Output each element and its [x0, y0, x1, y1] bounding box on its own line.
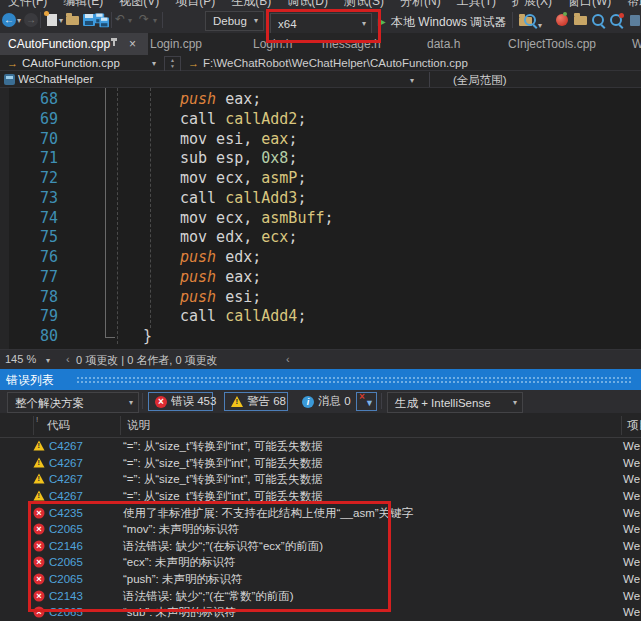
chevron-down-icon[interactable]: ▾	[152, 59, 156, 68]
start-debug-icon[interactable]: ▶	[378, 16, 386, 27]
error-row[interactable]: C4267“=”: 从“size_t”转换到“int”, 可能丢失数据We	[0, 438, 641, 455]
spinner-buttons[interactable]: ▲▼	[164, 56, 181, 72]
redo-dropdown-icon[interactable]: ▾	[153, 16, 157, 25]
open-file-icon[interactable]	[66, 16, 79, 25]
chevron-down-icon[interactable]: ▾	[46, 356, 50, 365]
error-row[interactable]: C4267“=”: 从“size_t”转换到“int”, 可能丢失数据We	[0, 455, 641, 472]
tab-cinjecttools-cpp[interactable]: CInjectTools.cpp	[508, 33, 596, 55]
breadcrumb-path[interactable]: F:\WeChatRobot\WeChatHelper\CAutoFunctio…	[203, 57, 468, 69]
code-line-74[interactable]: 74mov ecx, asmBuff;	[0, 208, 641, 228]
menu-item[interactable]: 帮助(H)	[627, 0, 641, 8]
pin-icon[interactable]	[113, 38, 115, 46]
code-editor[interactable]: 68push eax;69call callAdd2;70mov esi, ea…	[0, 88, 641, 349]
navigate-forward-icon[interactable]: →	[24, 13, 38, 27]
tab-data-h[interactable]: data.h	[427, 33, 460, 55]
new-file-icon[interactable]	[47, 14, 57, 26]
code-line-71[interactable]: 71sub esp, 0x8;	[0, 148, 641, 168]
close-icon[interactable]: ×	[129, 33, 136, 55]
error-row[interactable]: C4267“=”: 从“size_t”转换到“int”, 可能丢失数据We	[0, 471, 641, 488]
scope-dropdown[interactable]: (全局范围)	[453, 73, 507, 88]
tab-login-h[interactable]: Login.h	[253, 33, 292, 55]
scope-filter-dropdown[interactable]: 整个解决方案 ▾	[7, 392, 139, 413]
tab-message-h[interactable]: message.h	[322, 33, 381, 55]
menu-item[interactable]: 调试(D)	[287, 0, 328, 8]
menu-item[interactable]: 编辑(E)	[63, 0, 103, 8]
column-description[interactable]: 说明	[127, 413, 150, 438]
menu-item[interactable]: 扩展(X)	[512, 0, 552, 8]
search-icon[interactable]	[592, 14, 604, 26]
menu-item[interactable]: 窗口(W)	[568, 0, 611, 8]
code-line-75[interactable]: 75mov edx, ecx;	[0, 227, 641, 247]
code-line-78[interactable]: 78push esi;	[0, 287, 641, 307]
error-row[interactable]: C2143语法错误: 缺少“;”(在“常数”的前面)We	[0, 588, 641, 605]
column-project[interactable]: 项目	[627, 413, 641, 438]
error-row[interactable]: C2065“ecx”: 未声明的标识符We	[0, 554, 641, 571]
column-code[interactable]: 代码	[47, 413, 70, 438]
navigate-back-icon[interactable]: ←	[2, 13, 16, 27]
find-dropdown-icon[interactable]: ▾	[538, 21, 542, 30]
chevron-left-icon[interactable]: ‹	[286, 353, 290, 365]
error-row[interactable]: C2146语法错误: 缺少“;”(在标识符“ecx”的前面)We	[0, 538, 641, 555]
menu-item[interactable]: 分析(N)	[400, 0, 441, 8]
platform-value: x64	[278, 18, 297, 30]
menu-item[interactable]: 测试(S)	[344, 0, 384, 8]
redo-icon[interactable]: ↷	[139, 12, 149, 26]
platform-dropdown[interactable]: x64 ▾	[270, 13, 372, 34]
code-line-69[interactable]: 69call callAdd2;	[0, 109, 641, 129]
zoom-level-dropdown[interactable]: 145 %	[5, 353, 36, 365]
code-line-76[interactable]: 76push edx;	[0, 247, 641, 267]
error-project: We	[623, 538, 640, 555]
menu-item[interactable]: 工具(T)	[457, 0, 496, 8]
chevron-left-icon[interactable]: ‹	[66, 353, 70, 365]
new-file-dropdown-icon[interactable]: ▾	[59, 16, 63, 25]
chevron-down-icon[interactable]: ▾	[410, 76, 414, 85]
tab-login-cpp[interactable]: Login.cpp	[150, 33, 202, 55]
code-line-79[interactable]: 79call callAdd4;	[0, 306, 641, 326]
start-debug-label[interactable]: 本地 Windows 调试器	[391, 14, 506, 31]
line-number: 70	[0, 129, 58, 149]
save-icon[interactable]	[83, 14, 95, 26]
error-row[interactable]: C4267“=”: 从“size_t”转换到“int”, 可能丢失数据We	[0, 488, 641, 505]
search-results-icon[interactable]	[610, 14, 622, 26]
solution-config-dropdown[interactable]: Debug ▾	[205, 11, 264, 31]
filter-button[interactable]	[356, 392, 377, 411]
breadcrumb-document[interactable]: CAutoFunction.cpp	[22, 57, 120, 69]
source-filter-dropdown[interactable]: 生成 + IntelliSense ▾	[387, 392, 523, 413]
warnings-toggle-button[interactable]: 警告 68	[224, 392, 288, 411]
navigate-back-dropdown-icon[interactable]: ▾	[17, 16, 21, 25]
errors-toggle-button[interactable]: 错误 453	[148, 392, 213, 411]
tab-w[interactable]: W	[632, 33, 641, 55]
error-project: We	[623, 471, 640, 488]
save-all-icon[interactable]	[99, 18, 109, 28]
menu-item[interactable]: 项目(P)	[175, 0, 215, 8]
error-list-title-bar[interactable]: 错误列表	[0, 369, 641, 390]
toolbar-extra-icon[interactable]	[630, 15, 640, 26]
undo-icon[interactable]: ↶	[115, 12, 125, 26]
menu-item[interactable]: 视图(V)	[119, 0, 159, 8]
project-dropdown[interactable]: WeChatHelper	[18, 73, 93, 85]
token: edx;	[216, 248, 261, 266]
code-line-73[interactable]: 73call callAdd3;	[0, 188, 641, 208]
error-row[interactable]: C2065“push”: 未声明的标识符We	[0, 571, 641, 588]
code-line-70[interactable]: 70mov esi, eax;	[0, 129, 641, 149]
severity-sort-icon[interactable]: !	[36, 415, 38, 424]
main-toolbar: ← ▾ → ▾ ↶ ▾ ↷ ▾ Debug ▾ x64 ▾ ▶ 本地 Windo…	[0, 8, 641, 33]
tab-cautofunction[interactable]: CAutoFunction.cpp ×	[0, 33, 148, 55]
error-icon	[33, 557, 44, 568]
error-row[interactable]: C2065“mov”: 未声明的标识符We	[0, 521, 641, 538]
undo-dropdown-icon[interactable]: ▾	[128, 16, 132, 25]
code-line-72[interactable]: 72mov ecx, asmP;	[0, 168, 641, 188]
start-debug-dropdown-icon[interactable]: ▾	[499, 16, 503, 25]
chevron-down-icon: ▾	[362, 18, 366, 27]
code-line-77[interactable]: 77push eax;	[0, 267, 641, 287]
menu-item[interactable]: 生成(B)	[231, 0, 271, 8]
code-analysis-icon[interactable]	[556, 14, 568, 26]
menu-item[interactable]: 文件(F)	[8, 0, 47, 8]
folder-icon[interactable]	[574, 16, 587, 25]
messages-toggle-button[interactable]: 消息 0	[295, 392, 350, 411]
code-line-68[interactable]: 68push eax;	[0, 89, 641, 109]
error-row[interactable]: C2065“sub”: 未声明的标识符We	[0, 604, 641, 621]
code-line-80[interactable]: 80}	[0, 326, 641, 346]
find-in-files-magnifier-icon[interactable]	[524, 14, 536, 26]
error-row[interactable]: C4235使用了非标准扩展: 不支持在此结构上使用“__asm”关键字We	[0, 505, 641, 522]
